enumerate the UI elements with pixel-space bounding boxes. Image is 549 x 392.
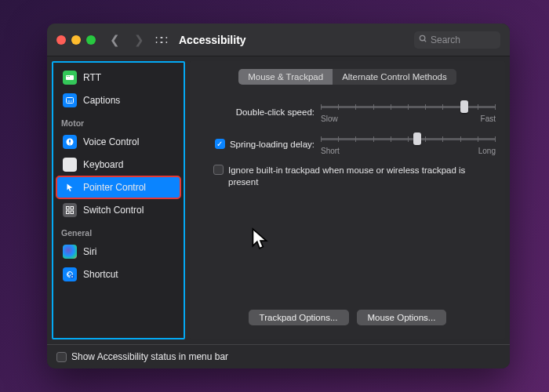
tab-bar: Mouse & Trackpad Alternate Control Metho…: [238, 69, 456, 85]
svg-rect-16: [71, 211, 74, 214]
tab-alternate-methods[interactable]: Alternate Control Methods: [333, 69, 456, 85]
sidebar-item-shortcut[interactable]: Shortcut: [56, 263, 180, 285]
svg-rect-4: [68, 76, 69, 77]
svg-rect-12: [64, 162, 75, 169]
ignore-trackpad-label: Ignore built-in trackpad when mouse or w…: [228, 165, 496, 188]
sidebar-item-label: RTT: [83, 72, 101, 83]
svg-rect-3: [67, 76, 67, 77]
sidebar-item-rtt[interactable]: RTT: [56, 67, 180, 89]
sidebar-item-label: Pointer Control: [83, 182, 146, 193]
sidebar-item-siri[interactable]: Siri: [56, 241, 180, 263]
svg-rect-2: [66, 75, 74, 80]
preferences-window: ❮ ❯ ∷∷ Accessibility Search RTT: [47, 24, 510, 368]
zoom-button[interactable]: [86, 35, 96, 45]
sidebar-item-voice-control[interactable]: Voice Control: [56, 131, 180, 153]
double-click-slider[interactable]: [321, 100, 496, 113]
sidebar-item-captions[interactable]: Captions: [56, 89, 180, 111]
sidebar-item-label: Switch Control: [83, 205, 144, 216]
search-field[interactable]: Search: [414, 31, 500, 49]
captions-icon: [63, 93, 77, 107]
keyboard-icon: [63, 158, 77, 172]
spring-loading-row: ✓ Spring-loading delay: Short Long: [199, 132, 496, 155]
spring-loading-slider[interactable]: [321, 132, 496, 145]
ignore-trackpad-row: Ignore built-in trackpad when mouse or w…: [199, 165, 496, 188]
svg-rect-15: [67, 211, 70, 214]
minimize-button[interactable]: [71, 35, 81, 45]
slider-min-label: Short: [321, 147, 340, 155]
shortcut-icon: [63, 267, 77, 281]
svg-line-1: [424, 39, 426, 41]
svg-rect-6: [67, 98, 74, 103]
trackpad-options-button[interactable]: Trackpad Options...: [249, 310, 349, 325]
slider-max-label: Fast: [481, 114, 496, 123]
sidebar: RTT Captions Motor Voice Control Keyboar: [52, 61, 185, 339]
back-button[interactable]: ❮: [110, 33, 120, 47]
forward-button[interactable]: ❯: [134, 33, 144, 47]
double-click-row: Double-click speed: Slow Fast: [199, 100, 496, 123]
window-title: Accessibility: [179, 34, 246, 46]
sidebar-section-motor: Motor: [53, 112, 184, 130]
main-panel: Mouse & Trackpad Alternate Control Metho…: [190, 61, 505, 339]
pointer-control-icon: [63, 180, 77, 194]
search-placeholder: Search: [431, 34, 460, 45]
siri-icon: [63, 245, 77, 259]
titlebar: ❮ ❯ ∷∷ Accessibility Search: [47, 24, 510, 56]
sidebar-item-label: Siri: [83, 246, 96, 257]
search-icon: [419, 34, 427, 45]
slider-max-label: Long: [478, 147, 496, 155]
mouse-options-button[interactable]: Mouse Options...: [357, 310, 447, 325]
close-button[interactable]: [56, 35, 66, 45]
voice-control-icon: [63, 135, 77, 149]
sidebar-item-label: Keyboard: [83, 159, 123, 170]
tab-mouse-trackpad[interactable]: Mouse & Trackpad: [238, 69, 333, 85]
svg-rect-13: [67, 207, 70, 210]
svg-rect-5: [69, 76, 70, 77]
footer: Show Accessibility status in menu bar: [47, 344, 510, 368]
svg-point-0: [420, 35, 424, 40]
window-controls: [56, 35, 96, 45]
nav-arrows: ❮ ❯: [110, 33, 144, 47]
svg-rect-14: [71, 207, 74, 210]
double-click-label: Double-click speed:: [199, 107, 321, 117]
slider-min-label: Slow: [321, 114, 338, 123]
menubar-status-checkbox[interactable]: [56, 352, 67, 362]
ignore-trackpad-checkbox[interactable]: [213, 165, 224, 175]
rtt-icon: [63, 71, 77, 85]
sidebar-item-label: Voice Control: [83, 136, 139, 147]
sidebar-item-label: Shortcut: [83, 269, 118, 280]
spring-loading-knob[interactable]: [413, 132, 421, 145]
switch-control-icon: [63, 203, 77, 217]
svg-rect-10: [69, 140, 71, 143]
spring-loading-checkbox[interactable]: ✓: [215, 139, 225, 149]
sidebar-item-pointer-control[interactable]: Pointer Control: [56, 176, 180, 198]
double-click-knob[interactable]: [460, 100, 468, 113]
menubar-status-label: Show Accessibility status in menu bar: [71, 351, 228, 362]
sidebar-section-general: General: [53, 222, 184, 240]
sidebar-item-label: Captions: [83, 95, 120, 106]
sidebar-item-keyboard[interactable]: Keyboard: [56, 154, 180, 176]
spring-loading-label: Spring-loading delay:: [230, 140, 314, 149]
sidebar-item-switch-control[interactable]: Switch Control: [56, 199, 180, 221]
show-all-icon[interactable]: ∷∷: [155, 34, 166, 46]
